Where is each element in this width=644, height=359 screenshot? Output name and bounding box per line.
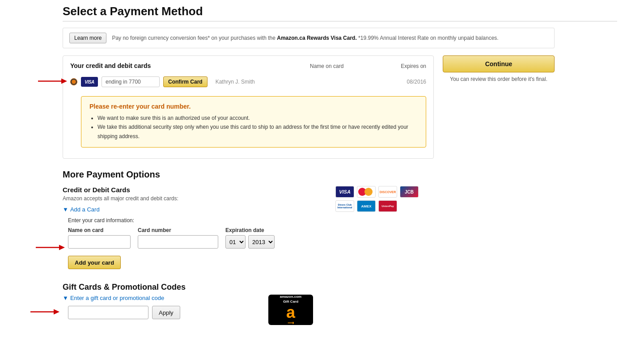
gift-left: ▼ Enter a gift card or promotional code	[63, 295, 259, 319]
amazon-gc-top-text: amazon.com	[280, 295, 301, 299]
amazon-gift-card-logo: amazon.com Gift Card a ⟶	[268, 295, 313, 325]
arrow-annotation-2	[36, 243, 65, 254]
visa-logo: VISA	[81, 77, 98, 87]
amazon-smile-arrow: ⟶	[288, 321, 294, 325]
credit-debit-desc: Amazon accepts all major credit and debi…	[63, 195, 318, 202]
arrow-annotation-3	[30, 307, 59, 318]
card-radio[interactable]	[70, 78, 77, 85]
warning-title: Please re-enter your card number.	[89, 103, 418, 110]
svg-marker-5	[54, 309, 59, 315]
credit-debit-title: Credit or Debit Cards	[63, 186, 318, 194]
promo-text: Pay no foreign currency conversion fees*…	[112, 34, 498, 42]
amazon-a-letter: a	[286, 304, 295, 321]
left-column: Your credit and debit cards Name on card…	[63, 55, 434, 325]
visa-card-logo: VISA	[335, 186, 354, 198]
gift-toggle-label: Enter a gift card or promotional code	[70, 295, 164, 301]
learn-more-button[interactable]: Learn more	[69, 33, 106, 43]
gift-cards-title: Gift Cards & Promotional Codes	[63, 283, 318, 292]
arrow-annotation-1	[38, 76, 67, 88]
svg-marker-3	[59, 245, 65, 250]
cards-section-title: Your credit and debit cards	[70, 62, 310, 69]
form-intro-text: Enter your card information:	[68, 217, 318, 224]
warning-item-1: We want to make sure this is an authoriz…	[97, 114, 418, 122]
gift-right: amazon.com Gift Card a ⟶	[268, 295, 318, 325]
expires-on-label: Expires on	[390, 63, 426, 69]
credit-cards-section: Your credit and debit cards Name on card…	[63, 55, 434, 159]
more-options-right: VISA DISCOVER JCB Diners ClubInternation…	[335, 186, 434, 325]
gift-layout: ▼ Enter a gift card or promotional code	[63, 295, 318, 325]
amex-logo: AMEX	[357, 200, 376, 212]
card-number-field[interactable]	[102, 76, 160, 87]
expiry-year-select[interactable]: 201320142015 201620172018	[248, 235, 275, 249]
card-number-field-label: Card number	[138, 227, 218, 233]
card-number-group: Card number	[138, 227, 218, 249]
mastercard-logo	[357, 186, 376, 198]
discover-logo: DISCOVER	[378, 186, 397, 198]
expiry-selects: 01020304 05060708 09101112 201320142015 …	[225, 235, 275, 249]
page-title: Select a Payment Method	[63, 4, 617, 21]
expiry-group: Expiration date 01020304 05060708 091011…	[225, 227, 275, 249]
confirm-card-button[interactable]: Confirm Card	[163, 76, 208, 87]
right-sidebar: Continue You can review this order befor…	[443, 55, 555, 325]
more-options-layout: Credit or Debit Cards Amazon accepts all…	[63, 186, 434, 325]
triangle-icon: ▼	[63, 206, 68, 213]
jcb-logo: JCB	[400, 186, 419, 198]
add-card-toggle[interactable]: ▼ Add a Card	[63, 206, 318, 213]
warning-item-2: We take this additional security step on…	[97, 122, 418, 141]
triangle-icon-2: ▼	[63, 295, 68, 301]
main-layout: Your credit and debit cards Name on card…	[63, 55, 555, 325]
expiry-month-select[interactable]: 01020304 05060708 09101112	[225, 235, 246, 249]
add-card-label: Add a Card	[70, 206, 100, 213]
cards-section-header: Your credit and debit cards Name on card…	[70, 62, 426, 69]
name-on-card-input[interactable]	[68, 235, 131, 249]
continue-button[interactable]: Continue	[443, 55, 555, 72]
card-row: VISA Confirm Card Kathryn J. Smith 08/20…	[70, 74, 426, 90]
name-on-card-group: Name on card	[68, 227, 131, 249]
card-number-input[interactable]	[138, 235, 218, 249]
diners-logo: Diners ClubInternational	[335, 200, 354, 212]
promo-banner: Learn more Pay no foreign currency conve…	[63, 28, 555, 48]
add-card-form: Enter your card information: Name on ca	[63, 217, 318, 274]
gift-input-row: Apply	[63, 306, 259, 319]
apply-gift-button[interactable]: Apply	[152, 306, 180, 319]
card-holder-name: Kathryn J. Smith	[216, 79, 387, 85]
review-text: You can review this order before it's fi…	[443, 76, 555, 82]
more-options-title: More Payment Options	[63, 169, 434, 180]
add-card-button[interactable]: Add your card	[68, 256, 121, 269]
gift-code-input[interactable]	[68, 306, 148, 319]
card-logos-grid: VISA DISCOVER JCB Diners ClubInternation…	[335, 186, 434, 212]
more-options-left: Credit or Debit Cards Amazon accepts all…	[63, 186, 318, 325]
card-expires: 08/2016	[390, 79, 426, 85]
gift-code-toggle[interactable]: ▼ Enter a gift card or promotional code	[63, 295, 259, 301]
svg-marker-1	[61, 79, 67, 84]
expiry-label: Expiration date	[225, 227, 275, 233]
name-on-card-label: Name on card	[310, 63, 390, 69]
unionpay-logo: UnionPay	[378, 200, 397, 212]
name-on-card-field-label: Name on card	[68, 227, 131, 233]
gift-cards-section: Gift Cards & Promotional Codes ▼ Enter a…	[63, 283, 318, 325]
add-card-form-row: Name on card Card number Expiration date	[68, 227, 318, 269]
warning-list: We want to make sure this is an authoriz…	[89, 114, 418, 141]
warning-box: Please re-enter your card number. We wan…	[81, 96, 426, 148]
